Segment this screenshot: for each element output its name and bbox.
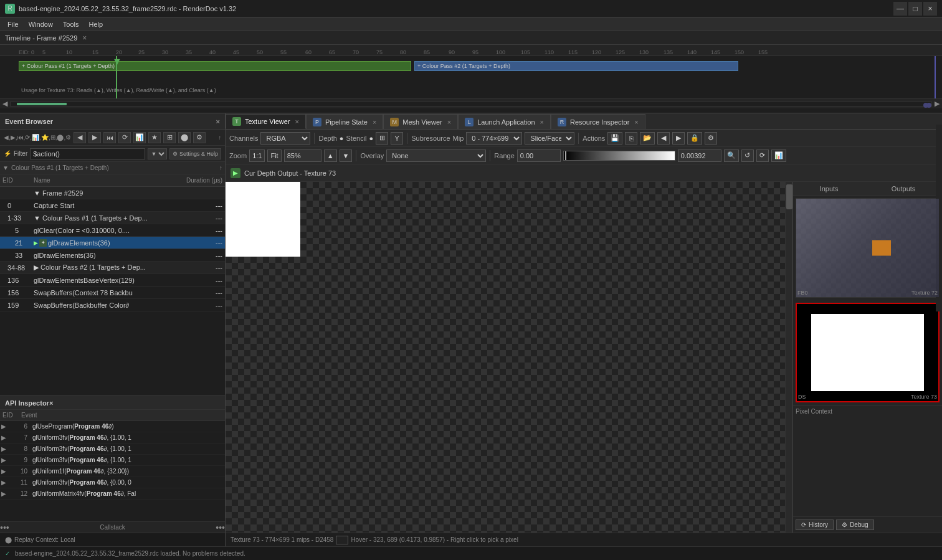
histogram-btn[interactable]: 📊 xyxy=(771,149,786,162)
expand-6[interactable]: ▶ xyxy=(1,423,9,430)
auto-range-btn[interactable]: ⟳ xyxy=(756,149,769,162)
copy-btn[interactable]: ⎘ xyxy=(625,132,637,145)
minimize-button[interactable]: — xyxy=(893,2,907,16)
expand-9[interactable]: ▶ xyxy=(1,457,9,463)
tab-close-pipeline[interactable]: × xyxy=(373,118,376,126)
y-btn[interactable]: Y xyxy=(391,132,403,145)
expand-12[interactable]: ▶ xyxy=(1,490,9,497)
tab-close-resource[interactable]: × xyxy=(634,118,638,126)
tab-close-texture[interactable]: × xyxy=(295,118,299,125)
api-row-7[interactable]: ▶ 7 glUniform3fv(Program 46∂, {1.00, 1 xyxy=(0,432,225,444)
menu-help[interactable]: Help xyxy=(84,19,108,29)
zoom-up-btn[interactable]: ▲ xyxy=(324,149,337,162)
slice-select[interactable]: Slice/Face xyxy=(525,132,574,145)
api-row-11[interactable]: ▶ 11 glUniform3fv(Program 46∂, {0.00, 0 xyxy=(0,477,225,488)
event-row-frame[interactable]: ▼ Frame #2529 xyxy=(0,187,225,199)
close-button[interactable]: × xyxy=(923,2,937,16)
event-row-0[interactable]: 0 Capture Start --- xyxy=(0,199,225,212)
tab-close-launch[interactable]: × xyxy=(540,118,544,126)
maximize-button[interactable]: □ xyxy=(908,2,922,16)
scrollbar-thumb[interactable] xyxy=(786,184,792,209)
overlay-select[interactable]: None xyxy=(386,149,486,162)
callstack-dots-right[interactable]: ••• xyxy=(216,523,225,533)
stats-btn[interactable]: 📊 xyxy=(133,132,146,143)
tab-pipeline-state[interactable]: P Pipeline State × xyxy=(306,114,383,129)
filter-dropdown[interactable]: ▼ xyxy=(148,148,167,159)
checkerboard-btn[interactable]: ⊞ xyxy=(376,132,388,145)
api-row-9[interactable]: ▶ 9 glUniform3fv(Program 46∂, {1.00, 1 xyxy=(0,455,225,466)
api-row-8[interactable]: ▶ 8 glUniform3fv(Program 46∂, {1.00, 1 xyxy=(0,444,225,455)
range-min-input[interactable] xyxy=(517,149,561,162)
channels-select[interactable]: RGBA xyxy=(260,132,310,145)
event-row-21[interactable]: 21 ▶ ✦ glDrawElements(36) --- xyxy=(0,237,225,249)
home-btn[interactable]: ⏮ xyxy=(103,132,116,143)
zoom-1-1-btn[interactable]: 1:1 xyxy=(249,149,265,162)
scroll-right-arrow[interactable]: ▶ xyxy=(935,100,940,108)
filter-input[interactable] xyxy=(30,148,145,159)
fit-btn[interactable]: Fit xyxy=(267,149,281,162)
range-max-input[interactable] xyxy=(678,149,721,162)
zoom-input[interactable] xyxy=(284,149,321,162)
event-row-5[interactable]: 5 glClear(Color = <0.310000, 0.... --- xyxy=(0,224,225,237)
expand-7[interactable]: ▶ xyxy=(1,434,9,441)
export-btn[interactable]: ↑ xyxy=(219,135,222,141)
refresh-btn[interactable]: ⟳ xyxy=(118,132,131,143)
event-row-136[interactable]: 136 glDrawElementsBaseVertex(129) --- xyxy=(0,274,225,287)
api-row-10[interactable]: ▶ 10 glUniform1f(Program 46∂, {32.00}) xyxy=(0,466,225,477)
export-group-btn[interactable]: ↑ xyxy=(219,164,222,171)
history-btn[interactable]: ⟳ History xyxy=(796,520,834,530)
track-bar-1[interactable]: + Colour Pass #1 (1 Targets + Depth) xyxy=(19,61,411,71)
tab-launch-app[interactable]: L Launch Application × xyxy=(458,114,551,129)
prev-action-btn[interactable]: ◀ xyxy=(657,132,670,145)
event-row-group2[interactable]: 34-88 ▶ Colour Pass #2 (1 Targets + Dep.… xyxy=(0,262,225,274)
tab-resource-inspector[interactable]: R Resource Inspector × xyxy=(551,114,645,129)
event-row-156[interactable]: 156 SwapBuffers(Context 78 Backbu --- xyxy=(0,287,225,299)
settings-btn[interactable]: ⚙ xyxy=(705,132,717,145)
api-row-6[interactable]: ▶ 6 glUseProgram(Program 46∂) xyxy=(0,421,225,432)
callstack-dots-left[interactable]: ••• xyxy=(0,523,9,533)
more-btn[interactable]: ⚙ xyxy=(193,132,206,143)
bookmark-btn[interactable]: ★ xyxy=(148,132,161,143)
next-action-btn[interactable]: ▶ xyxy=(672,132,685,145)
tab-close-mesh[interactable]: × xyxy=(447,118,451,126)
api-row-12[interactable]: ▶ 12 glUniformMatrix4fv(Program 46∂, Fal xyxy=(0,488,225,500)
timeline-close[interactable]: × xyxy=(82,34,87,42)
tab-mesh-viewer[interactable]: M Mesh Viewer × xyxy=(383,114,458,129)
scroll-thumb[interactable] xyxy=(17,103,67,105)
texture-canvas[interactable] xyxy=(226,182,785,533)
grid-btn[interactable]: ⊞ xyxy=(163,132,176,143)
menu-file[interactable]: File xyxy=(2,19,24,29)
thumbnail-ds[interactable]: DS Texture 73 xyxy=(796,303,940,402)
range-gradient-bar[interactable] xyxy=(563,151,675,161)
zoom-range-btn[interactable]: 🔍 xyxy=(724,149,739,162)
menu-tools[interactable]: Tools xyxy=(58,19,84,29)
scrollbar-vertical[interactable] xyxy=(785,182,792,533)
debug-btn[interactable]: ⚙ Debug xyxy=(836,520,873,530)
expand-8[interactable]: ▶ xyxy=(1,445,9,452)
open-btn[interactable]: 📂 xyxy=(640,132,655,145)
settings-help-btn[interactable]: ⚙ Settings & Help xyxy=(169,148,221,159)
expand-10[interactable]: ▶ xyxy=(1,468,9,475)
scroll-left-arrow[interactable]: ◀ xyxy=(2,100,7,108)
reset-range-btn[interactable]: ↺ xyxy=(741,149,754,162)
toolbar-row-1: Channels RGBA Depth ● Stencil ● ⊞ Y Subr… xyxy=(226,130,942,147)
event-row-33[interactable]: 33 glDrawElements(36) --- xyxy=(0,249,225,262)
prev-btn[interactable]: ◀ xyxy=(74,132,86,143)
tab-texture-viewer[interactable]: T Texture Viewer × xyxy=(226,114,306,129)
event-row-group1[interactable]: 1-33 ▼ Colour Pass #1 (1 Targets + Dep..… xyxy=(0,212,225,224)
range-handle-left[interactable] xyxy=(565,151,566,160)
api-close[interactable]: × xyxy=(49,399,53,407)
save-btn[interactable]: 💾 xyxy=(607,132,622,145)
menu-window[interactable]: Window xyxy=(24,19,58,29)
event-row-159[interactable]: 159 SwapBuffers(Backbuffer Color∂ --- xyxy=(0,299,225,311)
thumbnail-fb0[interactable]: FB0 Texture 72 xyxy=(796,198,940,298)
colour-pass-group-header[interactable]: ▼ Colour Pass #1 (1 Targets + Depth) ↑ xyxy=(0,162,225,174)
expand-11[interactable]: ▶ xyxy=(1,479,9,486)
record-btn[interactable]: ⬤ xyxy=(178,132,191,143)
next-btn[interactable]: ▶ xyxy=(88,132,101,143)
mip-select[interactable]: 0 - 774×699 xyxy=(466,132,522,145)
track-bar-2[interactable]: + Colour Pass #2 (1 Targets + Depth) xyxy=(414,61,738,71)
lock-btn[interactable]: 🔒 xyxy=(687,132,702,145)
event-browser-close[interactable]: × xyxy=(216,118,220,125)
zoom-down-btn[interactable]: ▼ xyxy=(340,149,353,162)
